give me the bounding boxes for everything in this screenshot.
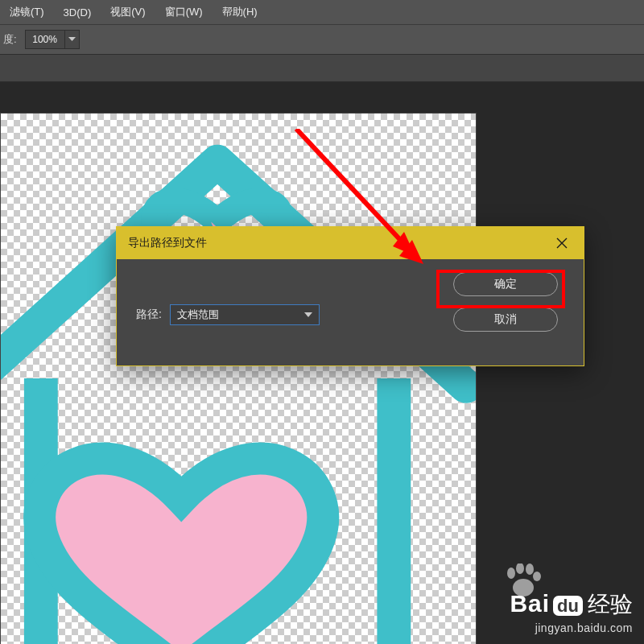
path-select-value: 文档范围 bbox=[177, 308, 219, 322]
export-paths-dialog: 导出路径到文件 路径: 文档范围 确定 取消 bbox=[116, 226, 584, 366]
dialog-titlebar[interactable]: 导出路径到文件 bbox=[117, 227, 584, 259]
ok-button[interactable]: 确定 bbox=[453, 272, 558, 296]
svg-point-6 bbox=[526, 564, 534, 575]
menu-view[interactable]: 视图(V) bbox=[110, 5, 145, 19]
svg-point-7 bbox=[533, 572, 541, 581]
dialog-title: 导出路径到文件 bbox=[128, 236, 207, 250]
cancel-button[interactable]: 取消 bbox=[453, 308, 558, 332]
opacity-field[interactable]: 100% bbox=[25, 30, 80, 49]
path-row: 路径: 文档范围 bbox=[136, 304, 320, 325]
document-canvas[interactable] bbox=[0, 113, 477, 644]
path-label: 路径: bbox=[136, 308, 162, 322]
house-heart-artwork bbox=[1, 114, 476, 644]
watermark-brand-box: du bbox=[553, 596, 583, 616]
watermark-brand-left: Bai bbox=[510, 590, 550, 617]
close-icon bbox=[556, 237, 568, 249]
watermark-brand-right: 经验 bbox=[588, 589, 633, 620]
dialog-close-button[interactable] bbox=[548, 227, 576, 259]
toolbar-spacer bbox=[0, 55, 644, 82]
menu-3d[interactable]: 3D(D) bbox=[64, 6, 92, 19]
main-menu-bar: 滤镜(T) 3D(D) 视图(V) 窗口(W) 帮助(H) bbox=[0, 0, 644, 24]
menu-help[interactable]: 帮助(H) bbox=[222, 5, 258, 19]
svg-point-4 bbox=[507, 568, 515, 579]
svg-point-5 bbox=[516, 564, 524, 574]
opacity-label: 度: bbox=[3, 32, 17, 47]
chevron-down-icon bbox=[304, 312, 312, 317]
menu-filter[interactable]: 滤镜(T) bbox=[10, 5, 44, 19]
menu-window[interactable]: 窗口(W) bbox=[165, 5, 203, 19]
opacity-dropdown-icon[interactable] bbox=[64, 31, 79, 48]
watermark-url: jingyan.baidu.com bbox=[510, 621, 633, 634]
path-select[interactable]: 文档范围 bbox=[170, 304, 320, 325]
options-bar: 度: 100% bbox=[0, 24, 644, 55]
opacity-value[interactable]: 100% bbox=[26, 31, 64, 48]
watermark: Bai du 经验 jingyan.baidu.com bbox=[510, 589, 633, 634]
